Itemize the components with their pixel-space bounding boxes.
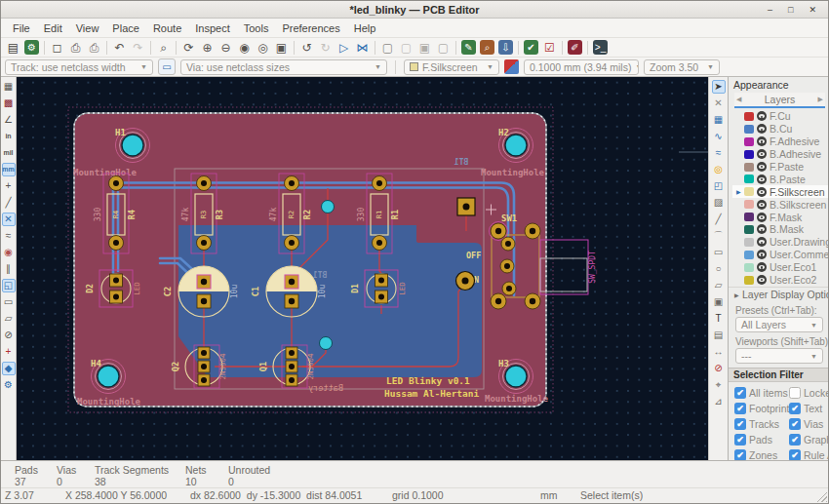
layer-color-swatch[interactable]	[744, 200, 754, 209]
crosshair-cursor-button[interactable]: +	[2, 179, 16, 193]
layer-row-f-silkscreen[interactable]: ▶F.Silkscreen	[732, 185, 828, 198]
visibility-eye-icon[interactable]	[757, 149, 767, 159]
zoom-select[interactable]: Zoom 3.50▼	[644, 59, 720, 75]
curved-ratsnest-button[interactable]: ≈	[2, 229, 16, 243]
appearance-manager-button[interactable]: ◆	[2, 362, 16, 375]
measure-tool-button[interactable]: ⊿	[712, 395, 726, 408]
rotate-ccw-button[interactable]: ↺	[298, 39, 315, 56]
add-text-button[interactable]: T	[712, 312, 726, 326]
grid-size-select[interactable]: 0.1000 mm (3.94 mils)▼	[524, 59, 639, 75]
layer-row-f-paste[interactable]: F.Paste	[732, 161, 828, 174]
add-dimension-button[interactable]: ↔	[712, 345, 726, 359]
maximize-button[interactable]: □	[788, 1, 793, 19]
filled-zones-button[interactable]: ◱	[2, 279, 16, 292]
active-layer-select[interactable]: F.Silkscreen▼	[404, 59, 499, 75]
auto-track-width-button[interactable]: ▭	[158, 58, 176, 75]
draw-polygon-button[interactable]: ▱	[712, 279, 726, 292]
visibility-eye-icon[interactable]	[757, 136, 767, 146]
group-button[interactable]: ▢	[379, 39, 396, 56]
lock-button[interactable]: ▣	[416, 39, 433, 56]
checkbox[interactable]: ✔	[734, 403, 746, 414]
menu-route[interactable]: Route	[146, 20, 188, 36]
net-highlight-button[interactable]: ◉	[2, 246, 16, 259]
menu-preferences[interactable]: Preferences	[275, 20, 346, 36]
free-angle-mode-button[interactable]: ╱	[2, 196, 16, 210]
local-ratsnest-button[interactable]: ✕	[712, 97, 726, 110]
pcb-canvas[interactable]: H1 H2 H3 H4 MountingHole MountingHole Mo…	[17, 77, 708, 460]
layer-row-f-adhesive[interactable]: F.Adhesive	[732, 136, 828, 148]
layer-row-b-adhesive[interactable]: B.Adhesive	[732, 148, 828, 161]
menu-inspect[interactable]: Inspect	[188, 20, 236, 36]
draw-circle-button[interactable]: ○	[712, 262, 726, 276]
filter-pads[interactable]: ✔Pads	[734, 433, 789, 446]
visibility-eye-icon[interactable]	[757, 213, 767, 222]
title-bar[interactable]: *led_blinky — PCB Editor – □ ✕	[1, 1, 828, 19]
track-width-select[interactable]: Track: use netclass width▼	[5, 59, 153, 75]
grid-override-button[interactable]: ▩	[2, 97, 16, 110]
visibility-eye-icon[interactable]	[757, 237, 767, 247]
redo-button[interactable]: ↷	[130, 39, 146, 56]
checkbox[interactable]: ✔	[789, 418, 801, 430]
route-tracks-button[interactable]: ∿	[712, 130, 726, 143]
update-pcb-button[interactable]: ⇩	[498, 40, 513, 55]
visibility-eye-icon[interactable]	[757, 187, 767, 197]
tab-layers[interactable]: Layers	[741, 94, 817, 105]
layer-color-swatch[interactable]	[744, 125, 754, 134]
checkbox[interactable]	[789, 387, 801, 399]
refresh-button[interactable]: ⟳	[180, 39, 197, 56]
checkbox[interactable]: ✔	[789, 434, 801, 446]
menu-view[interactable]: View	[69, 20, 106, 36]
zoom-out-button[interactable]: ⊖	[217, 39, 234, 56]
zoom-fit-button[interactable]: ◉	[236, 39, 253, 56]
tab-right-arrow-icon[interactable]: ▶	[818, 96, 823, 103]
visibility-eye-icon[interactable]	[757, 275, 767, 285]
inspect-drc-list-button[interactable]: ☑	[541, 39, 558, 56]
presets-select[interactable]: All Layers▼	[735, 317, 823, 332]
properties-panel-button[interactable]: ⚙	[2, 378, 16, 392]
sketch-pads-button[interactable]: ▱	[2, 312, 16, 326]
add-image-button[interactable]: ▣	[712, 295, 726, 309]
layer-row-f-cu[interactable]: F.Cu	[732, 110, 828, 123]
visibility-eye-icon[interactable]	[757, 162, 767, 172]
checkbox[interactable]: ✔	[734, 449, 746, 460]
filter-footprints[interactable]: ✔Footprints	[734, 402, 789, 414]
layer-color-swatch[interactable]	[744, 187, 754, 196]
draw-arc-button[interactable]: ⌒	[712, 229, 726, 243]
show-ratsnest-button[interactable]: ✕	[2, 213, 16, 226]
toggle-grid-button[interactable]: ▦	[2, 80, 16, 94]
plot-button[interactable]: ⎙	[86, 39, 102, 56]
zoom-objects-button[interactable]: ◎	[255, 39, 271, 56]
menu-place[interactable]: Place	[105, 20, 146, 36]
layer-row-user-eco1[interactable]: User.Eco1	[732, 261, 828, 274]
checkbox[interactable]: ✔	[789, 449, 801, 460]
footprint-editor-button[interactable]: ✎	[461, 40, 476, 55]
add-footprint-button[interactable]: ▦	[712, 113, 726, 127]
layer-row-b-cu[interactable]: B.Cu	[732, 123, 828, 136]
layer-row-b-mask[interactable]: B.Mask	[732, 223, 828, 236]
filter-graphics[interactable]: ✔Graphics	[789, 433, 828, 446]
units-mils-button[interactable]: mil	[2, 146, 16, 160]
filter-text[interactable]: ✔Text	[789, 402, 828, 414]
ungroup-button[interactable]: ▢	[398, 39, 414, 56]
mirror-button[interactable]: ⋈	[354, 39, 371, 56]
layer-color-swatch[interactable]	[744, 276, 754, 285]
sketch-tracks-button[interactable]: ∥	[2, 262, 16, 276]
layer-pair-icon[interactable]	[504, 59, 519, 74]
footprint-browser-button[interactable]: ⌕	[480, 40, 494, 55]
layer-row-b-silkscreen[interactable]: B.Silkscreen	[732, 198, 828, 211]
visibility-eye-icon[interactable]	[757, 200, 767, 210]
filter-locked-items[interactable]: Locked items	[789, 386, 828, 399]
draw-line-button[interactable]: ╱	[712, 213, 726, 226]
filter-vias[interactable]: ✔Vias	[789, 417, 828, 430]
layer-color-swatch[interactable]	[744, 163, 754, 172]
rotate-cw-button[interactable]: ↻	[317, 39, 334, 56]
layer-row-user-drawings[interactable]: User.Drawings	[732, 236, 828, 249]
dim-inactive-layers-button[interactable]: +	[2, 345, 16, 359]
add-rule-area-button[interactable]: ▨	[712, 196, 726, 210]
menu-edit[interactable]: Edit	[37, 20, 69, 36]
menu-tools[interactable]: Tools	[237, 20, 276, 36]
filter-rule-areas[interactable]: ✔Rule Areas	[789, 448, 828, 460]
layer-color-swatch[interactable]	[744, 225, 754, 234]
sketch-vias-button[interactable]: ⊘	[2, 329, 16, 342]
layer-row-user-eco2[interactable]: User.Eco2	[732, 274, 828, 287]
